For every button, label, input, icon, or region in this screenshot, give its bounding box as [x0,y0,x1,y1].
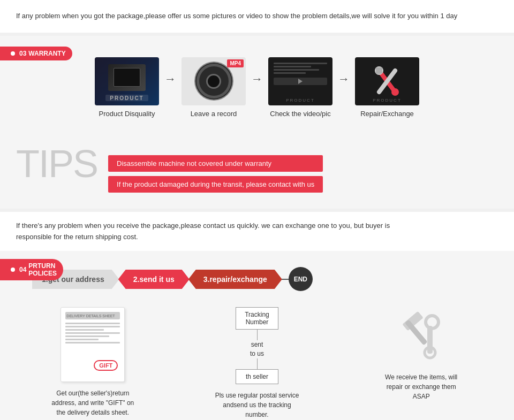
flow-label-video: Check the video/pic [270,110,330,118]
return-col-1: DELIVERY DETAILS SHEET GIFT Get our( [16,307,170,419]
tracking-line-1 [257,330,258,340]
flow-item-product: PRODUCT Product Disquality [95,57,159,118]
badge-label: WARRANTY [28,50,65,57]
flow-item-tools: PRODUCT Repair/Exchange [355,57,419,118]
tools-thumb: PRODUCT [355,57,419,105]
return-badge-dot [11,268,15,272]
sheet-line [65,335,109,337]
warranty-content: PRODUCT Product Disquality → MP4 Leave a… [0,36,514,139]
flow-label-product: Product Disquality [99,110,155,118]
product-thumb: PRODUCT [95,57,159,105]
tips-title: TIPS [16,144,97,183]
return-badge-num: 04 [19,266,26,273]
seller-box: th seller [236,369,278,384]
tracking-diagram: Tracking Number sent to us th seller [236,307,278,384]
sheet-lines [65,323,120,343]
sheet-line [65,342,120,343]
flow-label-tools: Repair/Exchange [360,110,414,118]
step-end: END [289,267,313,291]
sheet-header: DELIVERY DETAILS SHEET [65,312,120,319]
tools-icon-svg [392,307,451,366]
sent-label: sent to us [250,341,264,357]
warranty-top-note-section: If any problem when you got the package,… [0,0,514,33]
arrow-2: → [251,72,263,86]
badge-num: 03 [19,50,26,57]
return-badge-label: PRTURN POLICES [28,262,57,277]
sheet-line [65,323,120,324]
tracking-number-box: Tracking Number [236,307,278,330]
gift-oval: GIFT [94,360,118,371]
tips-section: TIPS Disassemble machine not covered und… [0,139,514,209]
warranty-badge: 03 WARRANTY [0,47,72,60]
return-badge: 04 PRTURN POLICES [0,259,63,280]
return-note: If there's any problem when you receive … [0,212,514,251]
sheet-line [65,329,103,331]
return-col2-desc: Pls use regular postal service andsend u… [214,391,300,419]
return-col1-desc: Get our(the seller's)return address, and… [50,388,135,417]
steps-flow: 1.get our address 2.send it us 3.repair/… [32,267,498,291]
mp4-thumb: MP4 [182,57,246,105]
warranty-section: 03 WARRANTY PRODUCT Product Disquality →… [0,36,514,209]
alert-2: If the product damaged during the transi… [108,176,323,193]
return-col3-desc: We receive the items, will repair or exc… [379,372,464,401]
return-content: 04 PRTURN POLICES 1.get our address 2.se… [0,251,514,420]
product-label: PRODUCT [110,95,143,101]
warranty-flow-diagram: PRODUCT Product Disquality → MP4 Leave a… [16,57,498,118]
warranty-top-note: If any problem when you got the package,… [16,11,498,22]
flow-item-video: PRODUCT Check the video/pic [268,57,332,118]
mp4-badge: MP4 [227,59,244,67]
sheet-line [65,332,120,334]
return-section: If there's any problem when you receive … [0,212,514,420]
svg-point-4 [391,88,399,96]
return-col-3: We receive the items, will repair or exc… [344,307,498,419]
tips-content: TIPS Disassemble machine not covered und… [16,144,498,193]
tools-svg [366,63,409,100]
return-col-2: Tracking Number sent to us th seller Pls… [180,307,334,419]
flow-label-mp4: Leave a record [191,110,237,118]
tools-icon-large [392,307,451,366]
tips-alerts: Disassemble machine not covered under wa… [108,144,323,193]
flow-item-mp4: MP4 Leave a record [182,57,246,118]
step-3: 3.repair/exchange [188,270,282,289]
step-2: 2.send it us [118,270,190,289]
tracking-sent-text: sent to us [250,340,264,358]
arrow-1: → [164,72,176,86]
sheet-line [65,326,120,327]
badge-dot [11,51,15,56]
video-thumb: PRODUCT [268,57,332,105]
tracking-number-label: Tracking Number [245,311,269,326]
return-grid: DELIVERY DETAILS SHEET GIFT Get our( [16,307,498,419]
delivery-sheet: DELIVERY DETAILS SHEET GIFT [61,307,125,382]
arrow-3: → [338,72,350,86]
tracking-line-2 [257,358,258,369]
svg-rect-8 [427,326,433,354]
sheet-line [65,339,98,340]
alert-1: Disassemble machine not covered under wa… [108,155,323,172]
svg-rect-3 [376,67,382,74]
return-note-text: If there's any problem when you receive … [16,220,498,243]
